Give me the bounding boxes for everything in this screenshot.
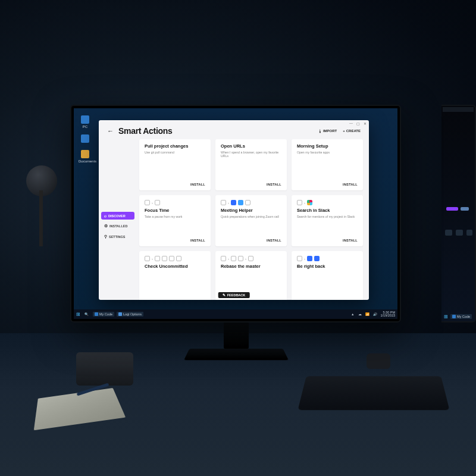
desk-lamp-pole <box>39 190 43 246</box>
node-fragment <box>466 230 472 236</box>
card-description: When I spend a browser, open my favorite… <box>221 151 281 158</box>
sidebar-item-label: SETTINGS <box>109 235 126 239</box>
action-card[interactable]: Morning SetupOpen my favourite appsINSTA… <box>292 139 363 190</box>
installed-icon: ⚙ <box>104 224 108 228</box>
feedback-icon: ✎ <box>223 293 226 297</box>
step-icon <box>297 200 302 205</box>
taskbar-app-label: My Code <box>457 315 470 318</box>
sidebar-item-settings[interactable]: ⚲ SETTINGS <box>101 233 134 241</box>
card-icon-row: › <box>221 200 281 205</box>
desktop[interactable]: PC Documents — ▢ ✕ ← Smart Actions <box>74 108 397 319</box>
desktop-icon[interactable]: Documents <box>79 150 92 163</box>
second-taskbar[interactable]: ⊞ My Code <box>441 312 475 321</box>
sidebar-item-installed[interactable]: ⚙ INSTALLED <box>101 222 134 230</box>
card-title: Meeting Helper <box>221 208 281 214</box>
action-card[interactable]: Pull project changesUse git pull command… <box>139 139 211 190</box>
create-label: CREATE <box>346 129 361 133</box>
card-icon-row: › <box>145 256 205 261</box>
sidebar-item-discover[interactable]: ⌕ DISCOVER <box>101 212 134 220</box>
header-actions: ⭳ IMPORT + CREATE <box>318 129 361 133</box>
desktop-icon[interactable]: PC <box>79 115 92 129</box>
install-button[interactable]: INSTALL <box>190 183 205 186</box>
taskbar-app[interactable]: Logi Options <box>117 312 143 317</box>
chevron-right-icon: › <box>152 257 153 261</box>
step-icon <box>155 200 160 205</box>
chevron-right-icon: › <box>304 201 305 205</box>
tray-volume-icon[interactable]: 🔊 <box>373 312 377 316</box>
start-button[interactable]: ⊞ <box>76 312 80 317</box>
chevron-right-icon: › <box>245 257 246 261</box>
action-card[interactable]: ›Focus TimeTake a pause from my workINST… <box>139 195 211 246</box>
app-icon <box>307 256 312 261</box>
window-maximize[interactable]: ▢ <box>356 121 360 126</box>
plus-icon: + <box>343 129 345 133</box>
app-icon <box>314 256 320 261</box>
action-card[interactable]: ›Check Uncommitted <box>139 251 211 300</box>
desktop-icon[interactable] <box>79 134 92 144</box>
card-description: Search for mentions of my project in Sla… <box>297 215 358 219</box>
install-button[interactable]: INSTALL <box>267 239 281 242</box>
node-fragment <box>445 230 452 236</box>
install-button[interactable]: INSTALL <box>267 183 281 186</box>
step-icon <box>169 256 174 261</box>
create-button[interactable]: + CREATE <box>343 129 361 133</box>
step-icon <box>245 200 250 205</box>
node-fragment <box>456 230 463 236</box>
sidebar: ⌕ DISCOVER ⚙ INSTALLED ⚲ SETTINGS <box>99 139 137 300</box>
second-monitor: ⊞ My Code <box>441 105 476 322</box>
step-icon <box>238 256 243 261</box>
card-grid: Pull project changesUse git pull command… <box>139 139 363 300</box>
start-button[interactable]: ⊞ <box>444 314 448 320</box>
back-button[interactable]: ← <box>107 127 114 134</box>
taskbar[interactable]: ⊞ 🔍 My Code Logi Options ▲ ☁ 📶 🔊 5:30 PM <box>74 309 397 319</box>
tray-wifi-icon[interactable]: 📶 <box>365 312 369 316</box>
window-minimize[interactable]: — <box>349 121 353 126</box>
taskbar-app[interactable]: My Code <box>93 312 114 317</box>
install-button[interactable]: INSTALL <box>343 183 358 186</box>
action-card[interactable]: Open URLsWhen I spend a browser, open my… <box>215 139 287 190</box>
card-grid-wrap: Pull project changesUse git pull command… <box>137 139 369 300</box>
action-card[interactable]: ›Meeting HelperQuick preparations when j… <box>215 195 287 246</box>
app-icon <box>95 312 98 316</box>
step-icon <box>145 200 150 205</box>
install-button[interactable]: INSTALL <box>190 239 205 242</box>
tray-icon[interactable]: ▲ <box>351 312 354 316</box>
import-icon: ⭳ <box>318 129 322 133</box>
primary-monitor: PC Documents — ▢ ✕ ← Smart Actions <box>70 105 401 322</box>
folder-icon <box>81 150 89 158</box>
step-icon <box>248 256 253 261</box>
app-header: ← Smart Actions ⭳ IMPORT + CREATE <box>99 120 369 139</box>
install-button[interactable]: INSTALL <box>343 239 358 242</box>
app-icon <box>452 315 456 318</box>
card-title: Open URLs <box>221 144 281 149</box>
window-close[interactable]: ✕ <box>364 121 367 126</box>
taskbar-clock[interactable]: 5:30 PM 1/19/2023 <box>381 311 395 318</box>
step-icon <box>155 256 160 261</box>
tray-icon[interactable]: ☁ <box>358 312 362 316</box>
action-card[interactable]: ›Be right back <box>292 251 363 300</box>
feedback-button[interactable]: ✎ FEEDBACK <box>218 292 250 298</box>
sidebar-item-label: INSTALLED <box>109 224 127 228</box>
feedback-label: FEEDBACK <box>227 293 246 297</box>
taskbar-app[interactable]: My Code <box>450 314 472 319</box>
step-icon <box>145 256 150 261</box>
desktop-icon-label: Documents <box>79 159 96 163</box>
taskbar-search[interactable]: 🔍 <box>83 312 90 317</box>
step-icon <box>297 256 302 261</box>
card-title: Rebase the master <box>221 264 281 270</box>
node-fragment <box>461 207 469 211</box>
app-icon <box>118 312 122 316</box>
action-card[interactable]: ›Search in SlackSearch for mentions of m… <box>292 195 363 246</box>
step-icon <box>176 256 181 261</box>
monitor-stand <box>224 321 249 349</box>
card-title: Check Uncommitted <box>145 264 205 270</box>
import-button[interactable]: ⭳ IMPORT <box>318 129 337 133</box>
card-icon-row: › <box>297 256 358 261</box>
taskbar-right: ▲ ☁ 📶 🔊 5:30 PM 1/19/2023 <box>351 311 395 318</box>
taskbar-left: ⊞ 🔍 My Code Logi Options <box>76 312 143 317</box>
taskbar-app-label: My Code <box>99 312 112 316</box>
search-icon: ⌕ <box>104 214 107 218</box>
earbud-case <box>367 353 390 369</box>
card-title: Pull project changes <box>145 144 205 149</box>
page-title: Smart Actions <box>118 126 173 136</box>
